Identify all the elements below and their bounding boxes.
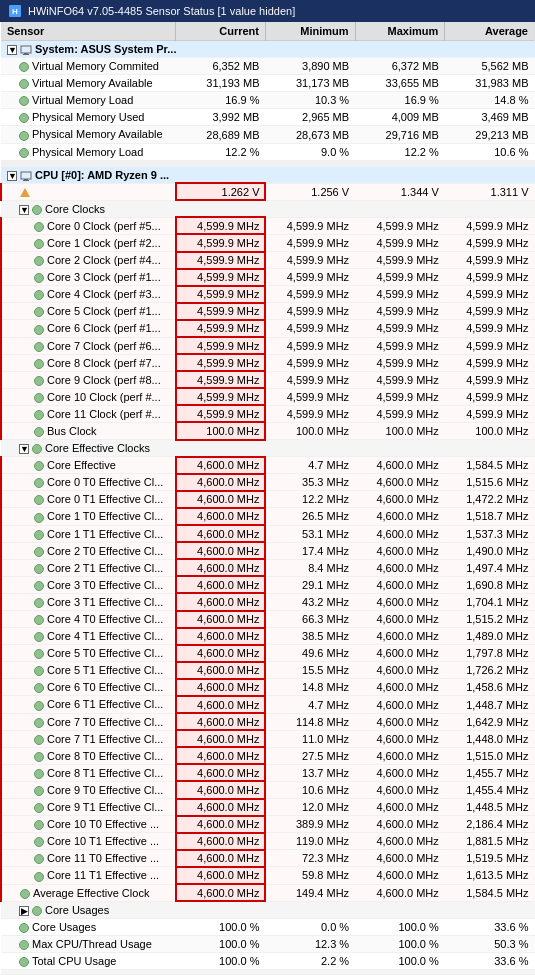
table-row[interactable]: ▼System: ASUS System Pr... (1, 41, 535, 58)
sensor-name: Core 5 T1 Effective Cl... (1, 662, 176, 679)
expand-icon[interactable]: ▼ (19, 444, 29, 454)
subsection-header[interactable]: ▶Core Ratios (1, 969, 535, 974)
triangle-icon (20, 188, 30, 197)
sensor-label: Core 1 Clock (perf #2... (47, 237, 161, 249)
value-cell: 1,797.8 MHz (445, 645, 535, 662)
value-cell: 4,600.0 MHz (176, 525, 266, 542)
value-cell: 4,599.9 MHz (265, 252, 355, 269)
value-cell: 1,472.2 MHz (445, 491, 535, 508)
table-row: Average Effective Clock4,600.0 MHz149.4 … (1, 884, 535, 901)
header-current: Current (176, 22, 266, 41)
table-row: Core 11 T0 Effective ...4,600.0 MHz72.3 … (1, 850, 535, 867)
value-cell: 4,599.9 MHz (265, 388, 355, 405)
value-cell: 4,600.0 MHz (355, 491, 445, 508)
circle-green-icon (34, 513, 44, 523)
value-cell: 4,600.0 MHz (176, 611, 266, 628)
table-container[interactable]: Sensor Current Minimum Maximum Average ▼… (0, 22, 535, 974)
value-cell: 4,599.9 MHz (265, 320, 355, 337)
sensor-label: Core Effective (47, 459, 116, 471)
value-cell: 50.3 % (445, 935, 535, 952)
section-header[interactable]: ▼System: ASUS System Pr... (1, 41, 535, 58)
value-cell: 114.8 MHz (265, 713, 355, 730)
value-cell: 4,599.9 MHz (265, 371, 355, 388)
value-cell: 1,613.5 MHz (445, 867, 535, 884)
value-cell: 4,600.0 MHz (355, 799, 445, 816)
circle-green-icon (34, 803, 44, 813)
value-cell: 1.256 V (265, 183, 355, 200)
table-row: Core 5 T1 Effective Cl...4,600.0 MHz15.5… (1, 662, 535, 679)
expand-icon[interactable]: ▼ (19, 205, 29, 215)
value-cell: 1,448.7 MHz (445, 696, 535, 713)
sensor-name: Virtual Memory Load (1, 92, 176, 109)
sensor-label: Virtual Memory Commited (32, 60, 159, 72)
circle-green-icon (34, 393, 44, 403)
circle-green-icon (19, 62, 29, 72)
sensor-label: Core 10 Clock (perf #... (47, 391, 161, 403)
expand-icon[interactable]: ▼ (7, 171, 17, 181)
sensor-name: Core 5 T0 Effective Cl... (1, 645, 176, 662)
circle-green-icon (34, 837, 44, 847)
value-cell: 1,584.5 MHz (445, 884, 535, 901)
value-cell: 4,599.9 MHz (176, 320, 266, 337)
expand-icon[interactable]: ▶ (19, 906, 29, 916)
value-cell: 100.0 MHz (176, 422, 266, 439)
circle-green-icon (34, 530, 44, 540)
value-cell: 35.3 MHz (265, 474, 355, 491)
subsection-header[interactable]: ▶Core Usages (1, 901, 535, 918)
value-cell: 11.0 MHz (265, 730, 355, 747)
circle-green-icon (34, 769, 44, 779)
table-row[interactable]: ▶Core Usages (1, 901, 535, 918)
computer-icon (20, 171, 32, 181)
circle-green-icon (34, 564, 44, 574)
expand-icon[interactable]: ▼ (7, 45, 17, 55)
sensor-name: Core 10 T1 Effective ... (1, 833, 176, 850)
sensor-name: Core 1 T1 Effective Cl... (1, 525, 176, 542)
table-row: Core 0 T1 Effective Cl...4,600.0 MHz12.2… (1, 491, 535, 508)
sensor-name: Core 11 T1 Effective ... (1, 867, 176, 884)
sensor-name: Core 9 T1 Effective Cl... (1, 799, 176, 816)
sensor-label: Core 2 T1 Effective Cl... (47, 562, 163, 574)
table-row[interactable]: ▼CPU [#0]: AMD Ryzen 9 ... (1, 166, 535, 183)
sensor-label: Core 4 T1 Effective Cl... (47, 630, 163, 642)
table-row[interactable]: ▶Core Ratios (1, 969, 535, 974)
value-cell: 4,600.0 MHz (355, 662, 445, 679)
value-cell: 3,992 MB (176, 109, 266, 126)
section-header[interactable]: ▼CPU [#0]: AMD Ryzen 9 ... (1, 166, 535, 183)
sensor-label: Bus Clock (47, 425, 97, 437)
circle-icon (32, 444, 42, 454)
table-row[interactable]: ▼Core Effective Clocks (1, 440, 535, 457)
value-cell: 4,600.0 MHz (355, 645, 445, 662)
value-cell: 28,673 MB (265, 126, 355, 143)
value-cell: 13.7 MHz (265, 764, 355, 781)
subsection-header[interactable]: ▼Core Effective Clocks (1, 440, 535, 457)
value-cell: 4,599.9 MHz (445, 354, 535, 371)
value-cell: 4,599.9 MHz (355, 217, 445, 234)
subsection-header[interactable]: ▼Core Clocks (1, 200, 535, 217)
sensor-label: Core 6 T0 Effective Cl... (47, 681, 163, 693)
sensor-name: Core 0 Clock (perf #5... (1, 217, 176, 234)
value-cell: 389.9 MHz (265, 816, 355, 833)
value-cell: 4,599.9 MHz (355, 303, 445, 320)
circle-green-icon (34, 581, 44, 591)
circle-green-icon (34, 701, 44, 711)
value-cell: 4,599.9 MHz (265, 217, 355, 234)
sensor-label: Average Effective Clock (33, 887, 149, 899)
table-row[interactable]: ▼Core Clocks (1, 200, 535, 217)
value-cell: 4,599.9 MHz (355, 269, 445, 286)
value-cell: 1,489.0 MHz (445, 628, 535, 645)
value-cell: 1,515.0 MHz (445, 747, 535, 764)
sensor-label: Core 5 Clock (perf #1... (47, 305, 161, 317)
value-cell: 10.6 % (445, 143, 535, 160)
value-cell: 31,983 MB (445, 75, 535, 92)
value-cell: 4,600.0 MHz (355, 508, 445, 525)
value-cell: 4.7 MHz (265, 457, 355, 474)
sensor-name: Virtual Memory Available (1, 75, 176, 92)
circle-green-icon (34, 735, 44, 745)
value-cell: 12.2 % (176, 143, 266, 160)
value-cell: 1,490.0 MHz (445, 542, 535, 559)
sensor-label: Core 8 Clock (perf #7... (47, 357, 161, 369)
sensor-name: Bus Clock (1, 422, 176, 439)
circle-green-icon (34, 854, 44, 864)
circle-green-icon (19, 923, 29, 933)
value-cell: 14.8 MHz (265, 679, 355, 696)
